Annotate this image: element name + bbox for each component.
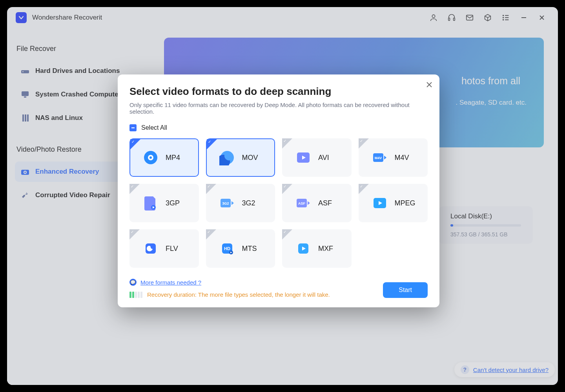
svg-text:ASF: ASF xyxy=(298,201,306,205)
check-icon: ✓ xyxy=(207,184,210,189)
svg-rect-15 xyxy=(22,91,29,96)
minimize-icon[interactable] xyxy=(516,10,531,25)
modal-close-button[interactable] xyxy=(425,81,433,91)
check-icon: ✓ xyxy=(208,140,211,144)
format-label: MP4 xyxy=(166,154,180,162)
svg-text:HD: HD xyxy=(224,246,230,251)
avi-icon xyxy=(295,150,311,165)
format-card-3gp[interactable]: ✓ 3GP xyxy=(129,184,199,222)
svg-rect-16 xyxy=(24,96,26,98)
asf-icon: ASF xyxy=(295,195,311,211)
svg-rect-18 xyxy=(25,114,26,122)
check-icon: ✓ xyxy=(131,140,135,144)
3g2-icon: 3G2 xyxy=(219,195,235,211)
app-name: Wondershare Recoverit xyxy=(32,14,102,22)
svg-rect-19 xyxy=(27,114,29,122)
monitor-icon xyxy=(20,90,30,99)
select-all-label: Select All xyxy=(141,124,167,131)
svg-point-22 xyxy=(24,172,26,173)
mp4-icon xyxy=(143,150,159,165)
svg-text:M4V: M4V xyxy=(374,156,382,160)
account-icon[interactable] xyxy=(426,10,441,25)
mail-icon[interactable] xyxy=(462,10,477,25)
format-grid: ✓ MP4 ✓ MOV ✓ AVI ✓ M4V M4V xyxy=(129,138,428,268)
check-icon: ✓ xyxy=(131,184,134,189)
format-label: ASF xyxy=(318,199,332,207)
svg-rect-1 xyxy=(448,18,450,20)
sidebar-item-label: Hard Drives and Locations xyxy=(35,67,120,75)
disk-card[interactable]: Local Disk(E:) 357.53 GB / 365.51 GB xyxy=(439,206,533,244)
check-icon: ✓ xyxy=(283,139,286,143)
titlebar: Wondershare Recoverit xyxy=(7,7,558,28)
format-label: FLV xyxy=(166,245,178,253)
format-card-mxf[interactable]: ✓ MXF xyxy=(282,229,352,268)
format-card-mts[interactable]: ✓ HD MTS xyxy=(206,229,275,268)
3gp-icon xyxy=(143,195,159,211)
svg-point-0 xyxy=(432,15,435,18)
mpeg-icon xyxy=(372,195,388,211)
svg-point-4 xyxy=(503,15,504,16)
format-card-avi[interactable]: ✓ AVI xyxy=(282,138,352,177)
wrench-icon xyxy=(20,191,30,200)
camera-icon xyxy=(20,167,30,176)
svg-rect-25 xyxy=(131,127,135,128)
format-card-mpeg[interactable]: ✓ MPEG xyxy=(359,184,428,222)
svg-point-14 xyxy=(22,71,24,73)
format-label: M4V xyxy=(395,154,409,162)
help-text: Can't detect your hard drive? xyxy=(473,367,549,373)
sidebar-item-label: Corrupted Video Repair xyxy=(35,191,110,199)
server-icon xyxy=(20,113,30,123)
svg-point-8 xyxy=(503,20,504,20)
format-card-flv[interactable]: ✓ FLV xyxy=(129,229,199,268)
select-all-checkbox[interactable] xyxy=(129,124,137,131)
svg-point-28 xyxy=(149,156,152,159)
disk-usage-text: 357.53 GB / 365.51 GB xyxy=(450,231,521,238)
modal-title: Select video formats to do deep scanning xyxy=(129,85,428,98)
mxf-icon xyxy=(295,241,311,256)
list-icon[interactable] xyxy=(498,10,513,25)
format-card-mp4[interactable]: ✓ MP4 xyxy=(129,138,199,177)
check-icon: ✓ xyxy=(283,230,286,234)
check-icon: ✓ xyxy=(360,184,363,189)
format-label: MOV xyxy=(242,154,258,162)
hero-subtitle-fragment: . Seagate, SD card. etc. xyxy=(456,99,527,107)
disk-name: Local Disk(E:) xyxy=(450,212,521,220)
mts-icon: HD xyxy=(219,241,235,256)
format-card-m4v[interactable]: ✓ M4V M4V xyxy=(359,138,428,177)
start-button[interactable]: Start xyxy=(383,282,428,298)
modal-description: Only specific 11 video formats can be re… xyxy=(129,102,428,115)
format-label: MXF xyxy=(318,245,333,253)
hero-title-fragment: hotos from all xyxy=(461,75,520,87)
help-link[interactable]: ? Can't detect your hard drive? xyxy=(454,362,555,377)
check-icon: ✓ xyxy=(207,230,210,234)
svg-marker-39 xyxy=(231,201,234,205)
select-all-row[interactable]: Select All xyxy=(129,124,428,131)
svg-rect-17 xyxy=(22,114,24,122)
disk-usage-bar xyxy=(450,224,521,227)
mov-icon xyxy=(219,150,235,165)
check-icon: ✓ xyxy=(283,184,286,189)
format-card-asf[interactable]: ✓ ASF ASF xyxy=(282,184,352,222)
help-icon: ? xyxy=(461,365,469,374)
duration-bars-icon xyxy=(129,292,142,298)
sidebar-item-label: System Crashed Computer xyxy=(35,91,121,98)
check-icon: ✓ xyxy=(131,230,134,234)
svg-rect-13 xyxy=(21,70,29,73)
headset-icon[interactable] xyxy=(444,10,459,25)
format-label: 3G2 xyxy=(242,199,255,207)
chat-icon: 💬 xyxy=(129,279,137,286)
format-label: MTS xyxy=(242,245,257,253)
flv-icon xyxy=(143,241,159,256)
svg-text:3G2: 3G2 xyxy=(222,201,229,205)
sidebar-item-label: NAS and Linux xyxy=(35,114,83,122)
format-card-3g2[interactable]: ✓ 3G2 3G2 xyxy=(206,184,275,222)
close-icon[interactable] xyxy=(534,10,549,25)
format-card-mov[interactable]: ✓ MOV xyxy=(206,138,275,177)
hard-drive-icon xyxy=(20,66,30,76)
sidebar-item-label: Enhanced Recovery xyxy=(35,168,99,176)
m4v-icon: M4V xyxy=(372,150,388,165)
svg-marker-34 xyxy=(384,156,386,160)
format-label: AVI xyxy=(318,154,329,162)
box-icon[interactable] xyxy=(480,10,495,25)
more-formats-link[interactable]: More formats needed ? xyxy=(140,279,201,286)
